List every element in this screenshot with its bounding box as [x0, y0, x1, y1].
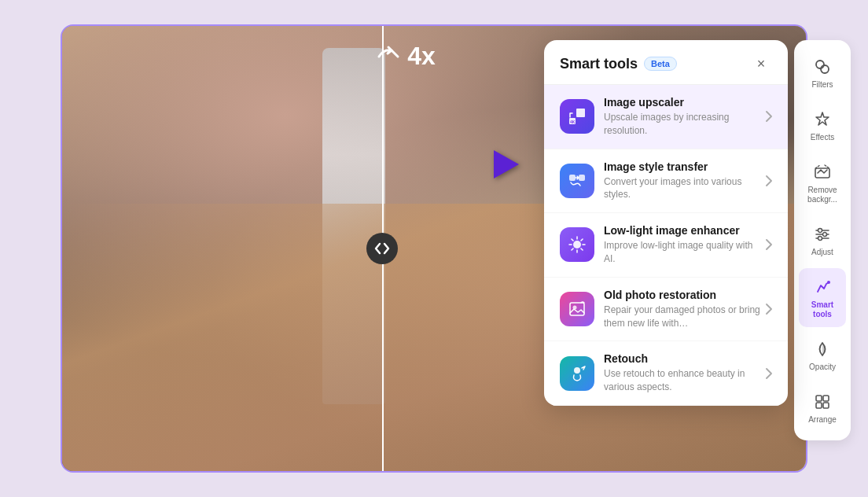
tool-content-image-style-transfer: Image style transferConvert your images …	[604, 160, 766, 202]
chevron-right-icon	[766, 239, 772, 250]
svg-point-10	[821, 65, 829, 73]
svg-rect-19	[823, 403, 829, 408]
svg-point-13	[823, 233, 827, 237]
sidebar-label-remove-background: Remove backgr...	[804, 186, 841, 204]
sidebar-item-adjust[interactable]: Adjust	[799, 215, 846, 265]
adjust-icon	[811, 223, 833, 245]
svg-rect-3	[569, 175, 576, 181]
sidebar-item-smart-tools[interactable]: Smart tools	[799, 268, 846, 327]
sidebar-label-filters: Filters	[811, 80, 833, 90]
remove-bg-icon	[811, 161, 833, 183]
svg-point-15	[827, 281, 830, 284]
tool-item-image-style-transfer[interactable]: Image style transferConvert your images …	[544, 149, 788, 214]
sidebar-item-remove-background[interactable]: Remove backgr...	[799, 153, 846, 212]
opacity-icon	[811, 338, 833, 360]
panel-header: Smart tools Beta ×	[544, 40, 788, 85]
zoom-arrow-icon	[374, 42, 404, 71]
sidebar-label-effects: Effects	[811, 133, 834, 142]
tool-name-low-light-enhancer: Low-light image enhancer	[604, 224, 766, 237]
effects-icon	[811, 109, 833, 131]
svg-rect-18	[816, 403, 822, 408]
tool-desc-retouch: Use retouch to enhance beauty in various…	[604, 367, 766, 394]
tool-item-low-light-enhancer[interactable]: Low-light image enhancerImprove low-ligh…	[544, 213, 788, 278]
svg-point-14	[818, 237, 822, 241]
smart-tools-panel: Smart tools Beta × 4K Image upscalerUpsc…	[544, 40, 788, 406]
sidebar-label-adjust: Adjust	[811, 248, 833, 257]
svg-rect-1	[576, 109, 585, 117]
beta-badge: Beta	[644, 57, 677, 71]
tool-item-old-photo-restoration[interactable]: Old photo restorationRepair your damaged…	[544, 278, 788, 342]
main-container: 4x Smart tools Beta × 4K Image upscaler	[17, 17, 851, 480]
panel-title: Smart tools	[560, 56, 638, 72]
tool-content-old-photo-restoration: Old photo restorationRepair your damaged…	[604, 289, 766, 330]
zoom-label: 4x	[407, 42, 436, 71]
sidebar-item-opacity[interactable]: Opacity	[799, 330, 846, 380]
tool-name-image-upscaler: Image upscaler	[604, 96, 766, 109]
tool-list: 4K Image upscalerUpscale images by incre…	[544, 85, 788, 406]
filters-icon	[811, 56, 833, 78]
smart-tools-icon	[811, 276, 833, 298]
tool-desc-old-photo-restoration: Repair your damaged photos or bring them…	[604, 304, 766, 330]
tool-content-image-upscaler: Image upscalerUpscale images by increasi…	[604, 96, 766, 138]
chevron-right-icon	[766, 368, 772, 379]
sidebar-item-arrange[interactable]: Arrange	[799, 383, 846, 433]
svg-point-5	[573, 241, 581, 248]
sidebar-item-filters[interactable]: Filters	[799, 48, 846, 98]
tool-desc-image-upscaler: Upscale images by increasing resolution.	[604, 111, 766, 138]
chevron-right-icon	[766, 111, 772, 122]
tool-desc-low-light-enhancer: Improve low-light image quality with AI.	[604, 239, 766, 266]
tool-icon-retouch	[560, 356, 594, 391]
panel-title-group: Smart tools Beta	[560, 56, 677, 72]
svg-rect-16	[816, 396, 822, 401]
svg-point-9	[816, 61, 824, 68]
split-handle[interactable]	[366, 233, 398, 264]
svg-rect-17	[823, 396, 829, 401]
tool-name-old-photo-restoration: Old photo restoration	[604, 289, 766, 301]
svg-rect-4	[579, 175, 585, 181]
tool-name-image-style-transfer: Image style transfer	[604, 160, 766, 173]
tool-item-image-upscaler[interactable]: 4K Image upscalerUpscale images by incre…	[544, 85, 788, 149]
svg-point-8	[574, 367, 580, 374]
zoom-badge: 4x	[374, 42, 436, 71]
svg-rect-6	[570, 303, 584, 315]
svg-text:4K: 4K	[570, 120, 576, 124]
sidebar-item-effects[interactable]: Effects	[799, 101, 846, 150]
tool-icon-image-style-transfer	[560, 164, 594, 198]
chevron-right-icon	[766, 304, 772, 315]
tool-content-low-light-enhancer: Low-light image enhancerImprove low-ligh…	[604, 224, 766, 266]
close-button[interactable]: ×	[750, 53, 772, 75]
tool-icon-old-photo-restoration	[560, 292, 594, 326]
svg-point-12	[818, 229, 822, 233]
tool-icon-image-upscaler: 4K	[560, 99, 594, 134]
sidebar-label-smart-tools: Smart tools	[804, 300, 841, 319]
chevron-right-icon	[766, 175, 772, 186]
tool-desc-image-style-transfer: Convert your images into various styles.	[604, 175, 766, 202]
tool-name-retouch: Retouch	[604, 352, 766, 365]
sidebar-label-opacity: Opacity	[809, 363, 836, 372]
right-sidebar: Filters Effects Remove backgr... Adjust …	[794, 40, 851, 440]
arrange-icon	[811, 391, 833, 413]
sidebar-label-arrange: Arrange	[808, 415, 837, 425]
tool-icon-low-light-enhancer	[560, 227, 594, 262]
tool-content-retouch: RetouchUse retouch to enhance beauty in …	[604, 352, 766, 394]
tool-item-retouch[interactable]: RetouchUse retouch to enhance beauty in …	[544, 341, 788, 406]
